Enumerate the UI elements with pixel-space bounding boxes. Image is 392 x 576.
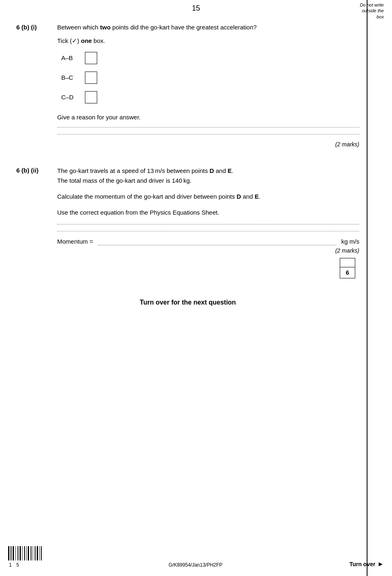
bar: [37, 546, 38, 560]
bar: [11, 546, 11, 560]
bar-space: [23, 546, 24, 560]
bar-space: [38, 546, 39, 560]
momentum-answer-line: Momentum = kg m/s: [57, 238, 359, 245]
bar-space: [21, 546, 22, 560]
bar-space: [36, 546, 36, 560]
give-reason-prompt: Give a reason for your answer.: [57, 114, 359, 121]
turn-over-arrow-icon: ►: [377, 560, 384, 568]
question-6b-i-text: Between which two points did the go-kart…: [57, 23, 359, 32]
bold-E2: E: [255, 193, 259, 200]
question-6b-i-body: Between which two points did the go-kart…: [57, 23, 359, 156]
bar: [35, 546, 36, 560]
score-box: 6: [340, 258, 355, 278]
bar-space: [12, 546, 12, 560]
part-ii-line2: Calculate the momentum of the go-kart an…: [57, 192, 359, 202]
tick-option-ab: A–B: [61, 52, 359, 64]
bold-E1: E: [227, 167, 232, 174]
part-ii-line3: Use the correct equation from the Physic…: [57, 208, 359, 217]
bar-space: [27, 546, 27, 560]
bar-space: [32, 546, 32, 560]
tick-option-bc: B–C: [61, 72, 359, 84]
tick-label-cd: C–D: [61, 94, 78, 101]
momentum-unit: kg m/s: [340, 238, 359, 245]
bold-two: two: [100, 24, 111, 31]
marks-6b-i: (2 marks): [57, 141, 359, 148]
question-6b-ii-label: 6 (b) (ii): [16, 166, 57, 278]
bar-space: [25, 546, 26, 560]
bar-space: [10, 546, 10, 560]
bar: [24, 546, 25, 560]
page-number: 15: [8, 4, 384, 13]
header: 15 Do not writeoutside thebox: [0, 0, 392, 15]
reason-answer-lines: [57, 127, 359, 134]
catalog-code: G/K89954/Jan13/PH2FP: [169, 562, 223, 568]
tick-box-cd[interactable]: [85, 91, 97, 103]
answer-line-1: [57, 127, 359, 128]
score-box-number: 6: [346, 269, 349, 276]
bar: [28, 546, 29, 560]
marks-6b-ii: (2 marks): [57, 247, 359, 254]
score-box-container: 6: [57, 258, 355, 278]
turn-over-center-text: Turn over for the next question: [16, 299, 359, 306]
calc-line-2: [57, 231, 359, 231]
main-content: 6 (b) (i) Between which two points did t…: [0, 15, 392, 327]
bold-one: one: [81, 37, 92, 44]
bar-space: [40, 546, 40, 560]
page-container: 15 Do not writeoutside thebox 6 (b) (i) …: [0, 0, 392, 576]
answer-line-2: [57, 134, 359, 134]
bold-D2: D: [236, 193, 241, 200]
bar: [31, 546, 31, 560]
tick-instruction: Tick (✓) one box.: [57, 37, 359, 45]
tick-box-ab[interactable]: [85, 52, 97, 64]
bar: [41, 546, 42, 560]
footer: 1 5 G/K89954/Jan13/PH2FP Turn over ►: [0, 546, 392, 568]
turn-over-footer: Turn over ►: [350, 560, 384, 568]
question-6b-i-label: 6 (b) (i): [16, 23, 57, 156]
bar: [26, 546, 27, 560]
bar: [22, 546, 22, 560]
question-6b-i: 6 (b) (i) Between which two points did t…: [16, 23, 359, 156]
bar-space: [16, 546, 17, 560]
momentum-dots-line: [98, 238, 336, 245]
bar: [39, 546, 40, 560]
score-box-divider: [340, 267, 355, 267]
tick-options: A–B B–C C–D: [61, 52, 359, 103]
tick-label-ab: A–B: [61, 54, 78, 61]
bar: [18, 546, 18, 560]
bar-space: [14, 546, 15, 560]
bold-D1: D: [209, 167, 214, 174]
barcode-area: 1 5: [8, 546, 42, 568]
tick-option-cd: C–D: [61, 91, 359, 103]
calc-line-1: [57, 224, 359, 224]
bar: [20, 546, 21, 560]
part-ii-line1: The go-kart travels at a speed of 13 m/s…: [57, 166, 359, 186]
bar-space: [29, 546, 30, 560]
momentum-label: Momentum =: [57, 238, 95, 245]
bar: [16, 546, 16, 560]
question-6b-ii-body: The go-kart travels at a speed of 13 m/s…: [57, 166, 359, 278]
bar: [33, 546, 33, 560]
bar: [13, 546, 14, 560]
tick-label-bc: B–C: [61, 74, 78, 81]
bar-space: [33, 546, 34, 560]
tick-box-bc[interactable]: [85, 72, 97, 84]
bar-space: [19, 546, 19, 560]
calc-answer-lines: [57, 224, 359, 231]
barcode-graphic: [8, 546, 42, 560]
barcode-numbers: 1 5: [9, 562, 21, 568]
question-6b-ii: 6 (b) (ii) The go-kart travels at a spee…: [16, 166, 359, 278]
turn-over-footer-label: Turn over: [350, 561, 376, 567]
bar: [8, 546, 9, 560]
